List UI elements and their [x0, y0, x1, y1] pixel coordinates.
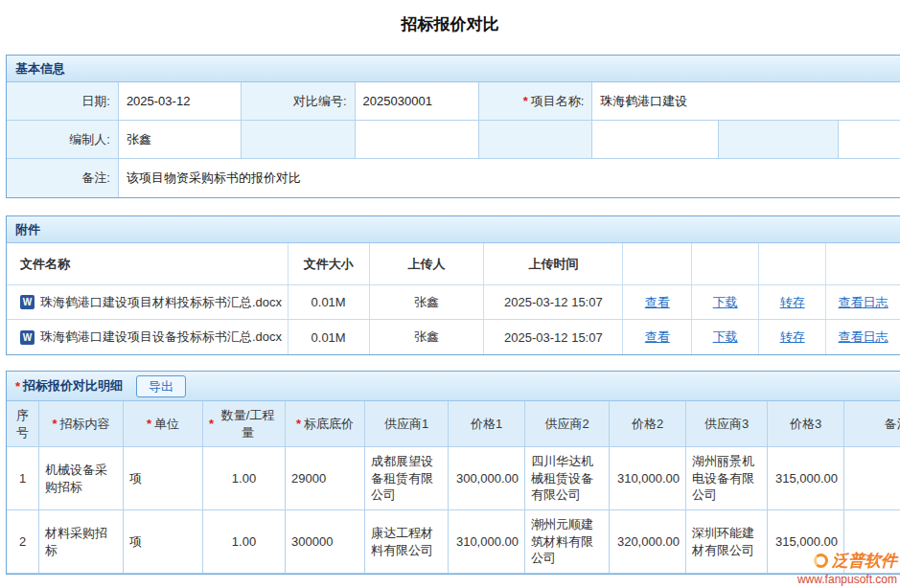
unit: 项	[124, 447, 203, 509]
supplier-1: 成都展望设备租赁有限公司	[365, 447, 449, 509]
compare-no-label: 对比编号:	[242, 82, 356, 120]
remark-value: 该项目物资采购标书的报价对比	[119, 159, 900, 197]
export-button[interactable]: 导出	[136, 375, 186, 397]
supplier-3: 湖州丽景机电设备有限公司	[686, 447, 768, 509]
required-mark: *	[296, 416, 301, 433]
col-supplier-1: 供应商1	[365, 401, 449, 446]
attachments-section: 附件 文件名称 文件大小 上传人 上传时间 W 珠海鹤港口建设项目材料投标标书汇…	[6, 215, 900, 355]
col-supplier-3: 供应商3	[686, 401, 768, 446]
col-content: *招标内容	[39, 401, 124, 446]
download-link[interactable]: 下载	[713, 328, 738, 346]
empty-cell	[356, 121, 480, 158]
empty-cell	[839, 121, 900, 158]
col-price-1: 价格1	[449, 401, 525, 446]
col-price-2: 价格2	[610, 401, 686, 446]
project-name-value: 珠海鹤港口建设	[592, 82, 900, 120]
col-action-2	[692, 243, 759, 284]
col-qty: *数量/工程量	[203, 401, 286, 446]
supplier-2: 四川华达机械租赁设备有限公司	[525, 447, 610, 509]
uploader: 张鑫	[370, 285, 485, 319]
basic-info-row-3: 备注: 该项目物资采购标书的报价对比	[7, 159, 900, 197]
qty: 1.00	[203, 447, 286, 509]
col-file-name: 文件名称	[7, 243, 288, 284]
uploader: 张鑫	[370, 320, 485, 354]
supplier-1: 康达工程材料有限公司	[365, 510, 449, 573]
price-1: 300,000.00	[449, 447, 525, 509]
basic-info-section-header: 基本信息	[7, 56, 900, 82]
file-name: 珠海鹤港口建设项目材料投标标书汇总.docx	[40, 294, 282, 311]
col-upload-time: 上传时间	[484, 243, 623, 284]
detail-section: * 招标报价对比明细 导出 序号 *招标内容 *单位 *数量/工程量	[6, 371, 900, 575]
file-name: 珠海鹤港口建设项目设备投标标书汇总.docx	[40, 328, 282, 346]
remark	[844, 510, 900, 573]
empty-cell	[479, 121, 592, 158]
price-2: 310,000.00	[610, 447, 686, 509]
author-value: 张鑫	[119, 121, 242, 158]
supplier-3: 深圳环能建材有限公司	[686, 510, 768, 573]
compare-no-value: 2025030001	[356, 82, 480, 120]
col-unit: *单位	[124, 401, 203, 446]
col-price-3: 价格3	[768, 401, 844, 446]
basic-info-section: 基本信息 日期: 2025-03-12 对比编号: 2025030001 * 项…	[6, 55, 900, 198]
empty-cell	[242, 121, 356, 158]
empty-cell	[592, 121, 719, 158]
detail-row: 2 材料采购招标 项 1.00 300000 康达工程材料有限公司 310,00…	[7, 510, 900, 574]
basic-info-title: 基本信息	[15, 60, 65, 78]
col-seq: 序号	[7, 401, 39, 446]
save-as-link[interactable]: 转存	[780, 294, 805, 311]
price-3: 315,000.00	[768, 447, 844, 509]
vendor-site: www.fanpusoft.com	[797, 573, 897, 586]
project-name-label: * 项目名称:	[479, 82, 592, 120]
base-price: 300000	[286, 510, 365, 573]
project-name-label-text: 项目名称:	[531, 93, 585, 110]
save-as-link[interactable]: 转存	[780, 328, 805, 346]
date-label: 日期:	[7, 82, 119, 120]
basic-info-row-1: 日期: 2025-03-12 对比编号: 2025030001 * 项目名称: …	[7, 82, 900, 121]
price-1: 310,000.00	[449, 510, 525, 573]
view-link[interactable]: 查看	[645, 294, 670, 311]
remark	[844, 447, 900, 509]
download-link[interactable]: 下载	[713, 294, 738, 311]
attachments-section-header: 附件	[7, 216, 900, 243]
detail-table: 序号 *招标内容 *单位 *数量/工程量 *标底底价 供应商1 价	[7, 401, 900, 574]
basic-info-row-2: 编制人: 张鑫	[7, 121, 900, 159]
detail-row: 1 机械设备采购招标 项 1.00 29000 成都展望设备租赁有限公司 300…	[7, 447, 900, 510]
col-action-1	[623, 243, 692, 284]
upload-time: 2025-03-12 15:07	[484, 285, 623, 319]
bid-comparison-page: 招标报价对比 基本信息 日期: 2025-03-12 对比编号: 2025030…	[0, 0, 900, 575]
base-price: 29000	[286, 447, 365, 509]
attachment-row: W 珠海鹤港口建设项目材料投标标书汇总.docx 0.01M 张鑫 2025-0…	[7, 285, 900, 320]
attachments-header-row: 文件名称 文件大小 上传人 上传时间	[7, 243, 900, 285]
col-remark: 备注	[844, 401, 900, 446]
view-log-link[interactable]: 查看日志	[839, 294, 888, 311]
view-link[interactable]: 查看	[645, 328, 670, 346]
file-size: 0.01M	[288, 285, 370, 319]
required-mark: *	[147, 416, 151, 433]
col-supplier-2: 供应商2	[525, 401, 610, 446]
supplier-2: 潮州元顺建筑材料有限公司	[525, 510, 610, 573]
file-name-cell: W 珠海鹤港口建设项目材料投标标书汇总.docx	[7, 285, 288, 319]
view-log-link[interactable]: 查看日志	[839, 328, 888, 346]
detail-header-row: 序号 *招标内容 *单位 *数量/工程量 *标底底价 供应商1 价	[7, 401, 900, 447]
word-doc-icon: W	[20, 330, 35, 345]
content: 机械设备采购招标	[39, 447, 124, 509]
detail-table-clip: 序号 *招标内容 *单位 *数量/工程量 *标底底价 供应商1 价	[7, 401, 900, 574]
remark-label: 备注:	[7, 159, 119, 197]
seq: 1	[7, 447, 39, 509]
price-2: 320,000.00	[610, 510, 686, 573]
detail-section-header: * 招标报价对比明细 导出	[7, 372, 900, 401]
empty-cell	[719, 121, 839, 158]
price-3: 315,000.00	[768, 510, 844, 573]
content: 材料采购招标	[39, 510, 124, 573]
file-size: 0.01M	[288, 320, 370, 354]
date-value: 2025-03-12	[119, 82, 242, 120]
col-action-3	[759, 243, 826, 284]
author-label: 编制人:	[7, 121, 119, 158]
col-uploader: 上传人	[370, 243, 485, 284]
col-file-size: 文件大小	[288, 243, 370, 284]
page-title: 招标报价对比	[0, 0, 900, 35]
col-action-4	[826, 243, 900, 284]
seq: 2	[7, 510, 39, 573]
unit: 项	[124, 510, 203, 573]
attachments-title: 附件	[15, 221, 40, 238]
